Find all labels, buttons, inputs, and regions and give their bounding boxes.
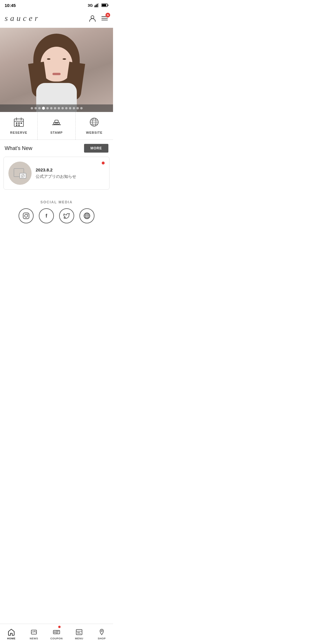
image-placeholder-icon bbox=[13, 167, 27, 180]
dot-11[interactable] bbox=[69, 107, 71, 109]
reserve-button[interactable]: RESERVE bbox=[0, 112, 38, 140]
lips bbox=[52, 73, 61, 75]
dot-6[interactable] bbox=[50, 107, 52, 109]
news-date: 2023.8.2 bbox=[36, 167, 105, 172]
dot-12[interactable] bbox=[73, 107, 75, 109]
svg-rect-5 bbox=[108, 5, 108, 6]
svg-rect-2 bbox=[97, 4, 98, 7]
reserve-label: RESERVE bbox=[10, 131, 27, 134]
profile-icon bbox=[89, 15, 96, 22]
social-icons-row: f bbox=[5, 208, 108, 223]
stamp-icon bbox=[51, 117, 62, 127]
more-button[interactable]: MORE bbox=[84, 144, 108, 153]
social-media-title: SOCIAL MEDIA bbox=[5, 200, 108, 204]
svg-rect-20 bbox=[18, 124, 20, 126]
quick-actions: RESERVE STAMP WE bbox=[0, 112, 113, 140]
header: saucer N bbox=[0, 10, 113, 28]
dot-5[interactable] bbox=[46, 107, 49, 109]
dot-9[interactable] bbox=[61, 107, 64, 109]
stamp-button[interactable]: STAMP bbox=[38, 112, 75, 140]
hero-person bbox=[25, 31, 88, 112]
social-media-section: SOCIAL MEDIA f bbox=[0, 194, 113, 226]
svg-rect-6 bbox=[102, 4, 106, 6]
unread-indicator bbox=[102, 162, 105, 164]
svg-rect-19 bbox=[16, 124, 17, 126]
notification-badge: N bbox=[105, 13, 110, 17]
twitter-icon bbox=[63, 212, 70, 219]
dot-13[interactable] bbox=[77, 107, 79, 109]
facebook-icon: f bbox=[46, 213, 47, 219]
website-label: WEBSITE bbox=[86, 131, 103, 134]
hero-image bbox=[0, 28, 113, 112]
whats-new-header: What's New MORE bbox=[0, 140, 113, 157]
web-icon bbox=[83, 212, 90, 219]
stamp-label: STAMP bbox=[50, 131, 63, 134]
calendar-icon bbox=[14, 117, 24, 127]
logo-svg: saucer bbox=[5, 13, 63, 23]
eye-right bbox=[63, 58, 66, 60]
dot-2[interactable] bbox=[34, 107, 37, 109]
svg-point-8 bbox=[91, 16, 94, 19]
web-button[interactable] bbox=[79, 208, 94, 223]
instagram-button[interactable] bbox=[19, 208, 34, 223]
svg-rect-1 bbox=[96, 5, 97, 7]
status-bar: 10:45 3G bbox=[0, 0, 113, 10]
dot-3[interactable] bbox=[38, 107, 41, 109]
stamp-icon-container bbox=[51, 117, 62, 129]
battery-icon bbox=[101, 3, 108, 7]
signal-icon bbox=[94, 3, 100, 7]
dot-7[interactable] bbox=[54, 107, 56, 109]
svg-point-34 bbox=[25, 214, 28, 217]
app-logo: saucer bbox=[5, 13, 63, 25]
news-thumbnail bbox=[8, 162, 32, 185]
eye-left bbox=[47, 58, 50, 60]
dot-10[interactable] bbox=[65, 107, 68, 109]
svg-rect-16 bbox=[16, 122, 17, 124]
instagram-icon bbox=[23, 212, 30, 219]
hero-slider[interactable] bbox=[0, 28, 113, 112]
svg-rect-18 bbox=[21, 122, 22, 124]
header-actions: N bbox=[89, 15, 108, 24]
dot-14[interactable] bbox=[80, 107, 83, 109]
dot-1[interactable] bbox=[31, 107, 33, 109]
profile-button[interactable] bbox=[89, 15, 96, 24]
website-icon-container bbox=[89, 117, 99, 129]
menu-button[interactable]: N bbox=[101, 15, 108, 24]
reserve-icon bbox=[14, 117, 24, 129]
svg-point-35 bbox=[27, 214, 28, 214]
svg-rect-0 bbox=[94, 6, 95, 7]
status-time: 10:45 bbox=[5, 3, 16, 8]
whats-new-title: What's New bbox=[5, 145, 32, 151]
svg-rect-33 bbox=[23, 213, 29, 219]
facebook-button[interactable]: f bbox=[39, 208, 54, 223]
dot-8[interactable] bbox=[58, 107, 60, 109]
slider-dots bbox=[0, 104, 113, 112]
dot-4[interactable] bbox=[42, 107, 45, 110]
status-icons: 3G bbox=[88, 3, 108, 8]
network-indicator: 3G bbox=[88, 3, 93, 8]
news-card[interactable]: 2023.8.2 公式アプリのお知らせ bbox=[3, 157, 110, 190]
website-button[interactable]: WEBSITE bbox=[76, 112, 113, 140]
svg-rect-3 bbox=[98, 3, 99, 7]
svg-text:saucer: saucer bbox=[5, 14, 40, 23]
twitter-button[interactable] bbox=[59, 208, 74, 223]
news-content: 2023.8.2 公式アプリのお知らせ bbox=[36, 167, 105, 179]
globe-icon bbox=[89, 117, 99, 127]
svg-rect-17 bbox=[18, 122, 20, 124]
news-text: 公式アプリのお知らせ bbox=[36, 174, 105, 179]
